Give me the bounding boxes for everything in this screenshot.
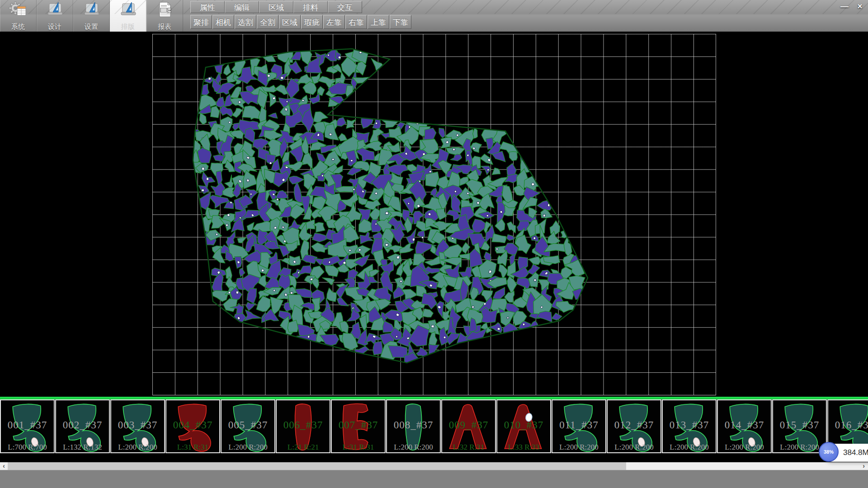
piece-lr-count: L:200 R:200 xyxy=(111,443,164,452)
icon-label: 系统 xyxy=(0,23,36,31)
piece-lr-count: L:200 R:200 xyxy=(663,443,716,452)
piece-lr-count: L:200 R:200 xyxy=(222,443,274,452)
piece-id-label: 011_#37 xyxy=(552,419,605,431)
piece-thumbnail-002_#37[interactable]: 002_#37L:132 R:132 xyxy=(55,399,110,453)
piece-thumbnail-008_#37[interactable]: 008_#37L:200 R:200 xyxy=(386,399,441,453)
piece-id-label: 014_#37 xyxy=(718,419,771,431)
laptop-ruler-icon xyxy=(81,1,101,18)
piece-thumbnail-006_#37[interactable]: 006_#37L:21 R:21 xyxy=(276,399,330,453)
icon-label: 排版 xyxy=(110,23,146,31)
piece-lr-count: L:200 R:200 xyxy=(608,443,660,452)
piece-thumbnail-001_#37[interactable]: 001_#37L:700 R:700 xyxy=(0,399,55,453)
tool-button-bar: 聚排相机选割全割区域瑕疵左靠右靠上靠下靠 xyxy=(190,15,412,29)
main-icon-design[interactable]: 设计 xyxy=(37,0,73,32)
laptop-ruler-icon xyxy=(118,1,138,18)
piece-lr-count: L:32 R:31 xyxy=(442,443,495,452)
status-bar xyxy=(0,470,868,488)
tool-button-3[interactable]: 全割 xyxy=(257,15,278,29)
piece-id-label: 002_#37 xyxy=(56,419,109,431)
piece-id-label: 015_#37 xyxy=(773,419,826,431)
piece-id-label: 004_#37 xyxy=(166,419,219,431)
piece-id-label: 008_#37 xyxy=(387,419,440,431)
progress-circle: 38% xyxy=(819,442,839,462)
gear-table-icon xyxy=(8,1,28,18)
menu-tab-1[interactable]: 编辑 xyxy=(225,1,259,13)
piece-thumbnail-009_#37[interactable]: 009_#37L:32 R:31 xyxy=(441,399,496,453)
piece-thumbnail-013_#37[interactable]: 013_#37L:200 R:200 xyxy=(662,399,717,453)
icon-label: 设置 xyxy=(73,23,109,31)
piece-thumbnail-012_#37[interactable]: 012_#37L:200 R:200 xyxy=(607,399,661,453)
piece-lr-count: L:132 R:132 xyxy=(56,443,109,452)
piece-id-label: 005_#37 xyxy=(222,419,274,431)
piece-lr-count: L:33 R:33 xyxy=(497,443,550,452)
tool-button-1[interactable]: 相机 xyxy=(212,15,234,29)
piece-id-label: 009_#37 xyxy=(442,419,495,431)
piece-thumbnail-011_#37[interactable]: 011_#37L:200 R:200 xyxy=(552,399,606,453)
menu-tab-4[interactable]: 交互 xyxy=(328,1,362,13)
piece-thumbnail-list: 001_#37L:700 R:700002_#37L:132 R:132003_… xyxy=(0,399,868,453)
piece-thumbnail-007_#37[interactable]: 007_#37L:31 R:31 xyxy=(331,399,386,453)
tool-button-9[interactable]: 下靠 xyxy=(390,15,411,29)
piece-thumbnail-010_#37[interactable]: 010_#37L:33 R:33 xyxy=(496,399,551,453)
piece-lr-count: L:200 R:200 xyxy=(718,443,771,452)
menu-tab-3[interactable]: 排料 xyxy=(293,1,328,13)
piece-id-label: 003_#37 xyxy=(111,419,164,431)
scroll-left-arrow[interactable]: ‹ xyxy=(0,462,8,470)
tool-button-4[interactable]: 区域 xyxy=(279,15,301,29)
piece-id-label: 007_#37 xyxy=(332,419,385,431)
nested-hide-canvas[interactable] xyxy=(0,32,868,397)
scrollbar-thumb[interactable] xyxy=(8,462,626,470)
piece-lr-count: L:31 R:31 xyxy=(166,443,219,452)
piece-thumbnail-005_#37[interactable]: 005_#37L:200 R:200 xyxy=(221,399,275,453)
close-button[interactable]: × xyxy=(854,1,866,11)
toolbar: 系统设计设置排版报表 属性编辑区域排料交互 聚排相机选割全割区域瑕疵左靠右靠上靠… xyxy=(0,0,868,32)
piece-id-label: 006_#37 xyxy=(277,419,330,431)
minimize-button[interactable]: — xyxy=(838,1,851,11)
piece-thumbnail-panel: 001_#37L:700 R:700002_#37L:132 R:132003_… xyxy=(0,397,868,462)
main-icon-settings[interactable]: 设置 xyxy=(73,0,110,32)
piece-lr-count: L:200 R:200 xyxy=(773,443,826,452)
tool-button-7[interactable]: 右靠 xyxy=(345,15,367,29)
piece-thumbnail-015_#37[interactable]: 015_#37L:200 R:200 xyxy=(772,399,827,453)
piece-thumbnail-003_#37[interactable]: 003_#37L:200 R:200 xyxy=(110,399,165,453)
main-icon-gear[interactable]: 系统 xyxy=(0,0,37,32)
scroll-right-arrow[interactable]: › xyxy=(860,462,868,470)
piece-lr-count: L:21 R:21 xyxy=(277,443,330,452)
horizontal-scrollbar[interactable]: ‹ › xyxy=(0,462,868,470)
icon-label: 报表 xyxy=(146,23,183,31)
tool-button-8[interactable]: 上靠 xyxy=(368,15,389,29)
main-icon-report[interactable]: 报表 xyxy=(146,0,183,32)
piece-lr-count: L:31 R:31 xyxy=(332,443,385,452)
icon-label: 设计 xyxy=(37,23,73,31)
piece-lr-count: L:200 R:200 xyxy=(387,443,440,452)
piece-id-label: 010_#37 xyxy=(497,419,550,431)
tool-button-6[interactable]: 左靠 xyxy=(323,15,345,29)
tool-button-2[interactable]: 选割 xyxy=(235,15,256,29)
piece-thumbnail-014_#37[interactable]: 014_#37L:200 R:200 xyxy=(717,399,772,453)
piece-id-label: 001_#37 xyxy=(1,419,54,431)
main-icon-nesting[interactable]: 排版 xyxy=(110,0,146,32)
piece-lr-count: L:200 R:200 xyxy=(552,443,605,452)
tool-button-0[interactable]: 聚排 xyxy=(190,15,212,29)
menu-tab-2[interactable]: 区域 xyxy=(259,1,293,13)
piece-id-label: 016_#37 xyxy=(828,419,868,431)
piece-id-label: 013_#37 xyxy=(663,419,716,431)
piece-thumbnail-004_#37[interactable]: 004_#37L:31 R:31 xyxy=(165,399,220,453)
laptop-ruler-icon xyxy=(45,1,65,18)
nesting-canvas-area xyxy=(0,32,868,397)
piece-id-label: 012_#37 xyxy=(608,419,660,431)
window-controls: — × xyxy=(835,1,866,11)
piece-lr-count: L:700 R:700 xyxy=(1,443,54,452)
main-icon-bar: 系统设计设置排版报表 xyxy=(0,0,183,32)
report-doc-icon xyxy=(155,1,175,18)
menu-tab-bar: 属性编辑区域排料交互 xyxy=(190,1,362,13)
menu-tab-0[interactable]: 属性 xyxy=(190,1,225,13)
tool-button-5[interactable]: 瑕疵 xyxy=(301,15,323,29)
